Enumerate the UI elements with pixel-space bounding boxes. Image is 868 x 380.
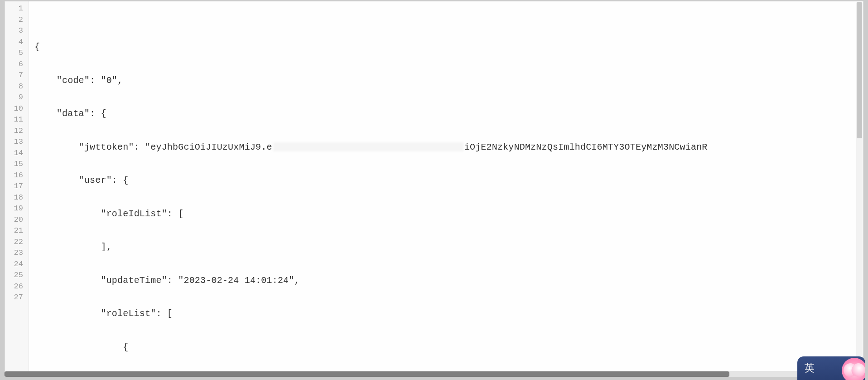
code-area[interactable]: { "code": "0", "data": { "jwttoken": "ey… (29, 1, 863, 376)
line-number: 4 (5, 37, 29, 48)
vertical-scrollbar[interactable] (856, 2, 863, 365)
line-numbers: 1 2 3 4 5 6 7 8 9 10 11 12 13 14 15 16 1… (5, 1, 29, 303)
ime-indicator[interactable]: 英 (797, 356, 865, 380)
line-number: 13 (5, 136, 29, 148)
line-number: 22 (5, 237, 29, 248)
code-content[interactable]: { "code": "0", "data": { "jwttoken": "ey… (29, 18, 863, 376)
line-number: 23 (5, 248, 29, 259)
line-number: 25 (5, 270, 29, 281)
line-number: 27 (5, 292, 29, 303)
line-number: 11 (5, 114, 29, 126)
line-number: 18 (5, 192, 29, 204)
line-number: 5 (5, 48, 29, 59)
code-line[interactable]: ], (34, 242, 863, 253)
ime-label: 英 (805, 361, 815, 375)
code-line[interactable]: "user": { (34, 175, 863, 186)
code-line[interactable]: "roleIdList": [ (34, 209, 863, 220)
line-number: 24 (5, 259, 29, 270)
editor-body: 1 2 3 4 5 6 7 8 9 10 11 12 13 14 15 16 1… (5, 1, 863, 376)
line-number: 16 (5, 170, 29, 181)
line-number: 12 (5, 126, 29, 137)
line-number: 26 (5, 281, 29, 292)
code-line[interactable]: "data": { (34, 108, 863, 120)
code-line[interactable]: "roleList": [ (34, 308, 863, 320)
gutter: 1 2 3 4 5 6 7 8 9 10 11 12 13 14 15 16 1… (5, 1, 29, 376)
code-line[interactable]: "updateTime": "2023-02-24 14:01:24", (34, 275, 863, 287)
redacted-segment (273, 142, 463, 151)
line-number: 15 (5, 159, 29, 170)
line-number: 19 (5, 203, 29, 214)
line-number: 2 (5, 15, 29, 26)
line-number: 8 (5, 81, 29, 93)
line-number: 20 (5, 214, 29, 226)
line-number: 3 (5, 25, 29, 37)
code-editor[interactable]: 1 2 3 4 5 6 7 8 9 10 11 12 13 14 15 16 1… (5, 1, 863, 376)
vertical-scrollbar-thumb[interactable] (857, 2, 862, 138)
horizontal-scrollbar[interactable] (5, 371, 856, 377)
code-line[interactable]: "code": "0", (34, 75, 863, 87)
code-text: "jwttoken": "eyJhbGciOiJIUzUxMiJ9.e (34, 142, 272, 152)
line-number: 10 (5, 103, 29, 115)
code-line[interactable]: "jwttoken": "eyJhbGciOiJIUzUxMiJ9.eiOjE2… (34, 142, 863, 153)
line-number: 17 (5, 181, 29, 192)
line-number: 6 (5, 59, 29, 70)
line-number: 21 (5, 225, 29, 237)
horizontal-scrollbar-thumb[interactable] (5, 371, 729, 377)
line-number: 7 (5, 70, 29, 81)
line-number: 1 (5, 3, 29, 15)
code-text: iOjE2NzkyNDMzNzQsImlhdCI6MTY3OTEyMzM3NCw… (464, 142, 708, 152)
line-number: 14 (5, 148, 29, 159)
line-number: 9 (5, 92, 29, 103)
code-line[interactable]: { (34, 42, 863, 53)
lotus-icon (842, 358, 865, 380)
code-line[interactable]: { (34, 342, 863, 353)
